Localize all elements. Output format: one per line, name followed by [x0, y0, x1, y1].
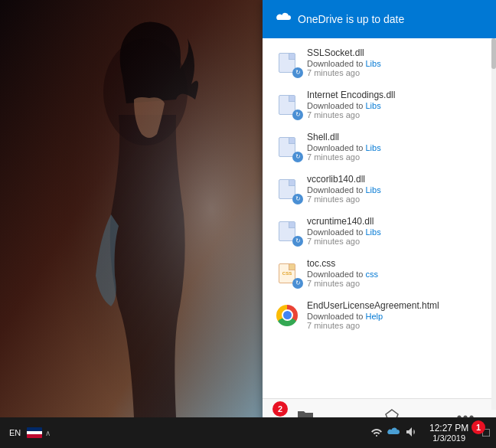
- list-item[interactable]: EndUserLicenseAgreement.html Downloaded …: [263, 294, 496, 336]
- cloud-icon: [275, 11, 292, 28]
- file-info: SSLSocket.dll Downloaded to Libs 7 minut…: [307, 47, 484, 77]
- onedrive-header: OneDrive is up to date: [263, 0, 496, 38]
- volume-icon[interactable]: [405, 427, 416, 440]
- taskbar: EN ∧ 12:27 PM 1/3/2019 □: [0, 417, 496, 448]
- list-item[interactable]: ↻ Internet Encodings.dll Downloaded to L…: [263, 83, 496, 126]
- file-time: 7 minutes ago: [307, 110, 484, 119]
- file-time: 7 minutes ago: [307, 237, 484, 246]
- taskbar-clock[interactable]: 12:27 PM 1/3/2019: [422, 423, 476, 443]
- onedrive-panel: OneDrive is up to date ↻ SSLSocket.dll D…: [263, 0, 496, 448]
- taskbar-notification-badge: 1: [472, 420, 485, 434]
- scrollbar-thumb[interactable]: [491, 38, 496, 69]
- file-time: 7 minutes ago: [307, 195, 484, 204]
- clock-date: 1/3/2019: [432, 433, 465, 443]
- file-icon: ↻: [275, 135, 299, 159]
- file-info: Shell.dll Downloaded to Libs 7 minutes a…: [307, 132, 484, 162]
- sync-badge: ↻: [292, 110, 303, 120]
- file-status: Downloaded to css: [307, 270, 484, 279]
- sync-badge: ↻: [292, 278, 303, 289]
- file-icon: ↻: [275, 51, 299, 75]
- sync-badge: ↻: [292, 152, 303, 162]
- file-info: Internet Encodings.dll Downloaded to Lib…: [307, 90, 484, 119]
- file-name: Internet Encodings.dll: [307, 90, 484, 100]
- file-icon: CSS ↻: [275, 261, 299, 286]
- file-icon: [275, 303, 299, 328]
- file-name: Shell.dll: [307, 132, 484, 142]
- file-name: SSLSocket.dll: [307, 47, 484, 58]
- taskbar-flag-icon: [27, 427, 42, 438]
- file-status: Downloaded to Help: [307, 312, 484, 321]
- file-time: 7 minutes ago: [307, 279, 484, 288]
- background-image: [0, 0, 264, 448]
- file-name: vccorlib140.dll: [307, 174, 484, 185]
- file-icon: ↻: [275, 93, 299, 117]
- file-name: toc.css: [307, 258, 484, 269]
- sync-badge: ↻: [292, 236, 303, 247]
- taskbar-chevron-icon[interactable]: ∧: [45, 429, 51, 437]
- sync-badge: ↻: [292, 67, 303, 78]
- file-icon: ↻: [275, 177, 299, 201]
- svg-rect-2: [0, 0, 264, 417]
- list-item[interactable]: ↻ Shell.dll Downloaded to Libs 7 minutes…: [263, 126, 496, 168]
- file-info: EndUserLicenseAgreement.html Downloaded …: [307, 300, 484, 330]
- onedrive-status-text: OneDrive is up to date: [298, 13, 404, 25]
- open-folder-badge: 2: [272, 401, 288, 417]
- file-status: Downloaded to Libs: [307, 101, 484, 110]
- file-status: Downloaded to Libs: [307, 143, 484, 152]
- file-name: EndUserLicenseAgreement.html: [307, 300, 484, 311]
- list-item[interactable]: ↻ vccorlib140.dll Downloaded to Libs 7 m…: [263, 168, 496, 210]
- clock-time: 12:27 PM: [429, 423, 468, 433]
- sync-badge: ↻: [292, 194, 303, 204]
- file-time: 7 minutes ago: [307, 152, 484, 162]
- file-icon: ↻: [275, 219, 299, 244]
- list-item[interactable]: ↻ vcruntime140.dll Downloaded to Libs 7 …: [263, 210, 496, 252]
- file-info: vcruntime140.dll Downloaded to Libs 7 mi…: [307, 216, 484, 246]
- file-name: vcruntime140.dll: [307, 216, 484, 227]
- onedrive-tray-icon[interactable]: [387, 427, 400, 439]
- file-status: Downloaded to Libs: [307, 59, 484, 68]
- network-icon[interactable]: [371, 427, 382, 439]
- taskbar-system-icons: [365, 427, 422, 440]
- chrome-icon: [276, 305, 298, 326]
- taskbar-language: EN: [6, 428, 24, 437]
- file-info: toc.css Downloaded to css 7 minutes ago: [307, 258, 484, 288]
- file-status: Downloaded to Libs: [307, 185, 484, 195]
- file-info: vccorlib140.dll Downloaded to Libs 7 min…: [307, 174, 484, 204]
- file-time: 7 minutes ago: [307, 321, 484, 330]
- file-list: ↻ SSLSocket.dll Downloaded to Libs 7 min…: [263, 38, 496, 398]
- file-time: 7 minutes ago: [307, 68, 484, 77]
- scrollbar-track[interactable]: [491, 38, 496, 410]
- file-status: Downloaded to Libs: [307, 227, 484, 237]
- list-item[interactable]: ↻ SSLSocket.dll Downloaded to Libs 7 min…: [263, 41, 496, 83]
- list-item[interactable]: CSS ↻ toc.css Downloaded to css 7 minute…: [263, 252, 496, 294]
- taskbar-left: EN ∧: [0, 427, 365, 438]
